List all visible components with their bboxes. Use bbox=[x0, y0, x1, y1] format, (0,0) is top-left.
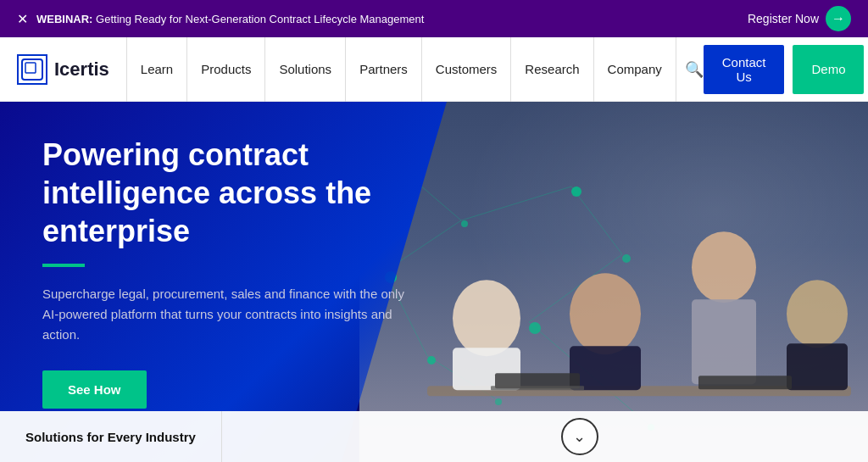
register-label: Register Now bbox=[748, 12, 819, 25]
nav-item-customers[interactable]: Customers bbox=[422, 37, 512, 102]
bottom-strip: Solutions for Every Industry ⌄ bbox=[0, 411, 868, 462]
nav-item-research[interactable]: Research bbox=[511, 37, 593, 102]
see-how-button[interactable]: See How bbox=[42, 370, 147, 409]
close-button[interactable]: ✕ bbox=[17, 11, 28, 27]
webinar-label: WEBINAR: bbox=[36, 13, 92, 25]
hero-description: Supercharge legal, procurement, sales an… bbox=[42, 284, 407, 345]
svg-rect-14 bbox=[570, 346, 641, 390]
nav-item-solutions[interactable]: Solutions bbox=[265, 37, 346, 102]
search-icon[interactable]: 🔍 bbox=[685, 60, 704, 79]
contact-us-button[interactable]: Contact Us bbox=[704, 45, 785, 94]
hero-content: Powering contract intelligence across th… bbox=[42, 136, 483, 409]
svg-rect-16 bbox=[692, 299, 756, 384]
nav-item-products[interactable]: Products bbox=[187, 37, 265, 102]
nav-buttons: Contact Us Demo bbox=[704, 45, 865, 94]
nav-item-company[interactable]: Company bbox=[594, 37, 676, 102]
svg-point-17 bbox=[787, 280, 848, 348]
svg-rect-18 bbox=[787, 343, 848, 390]
navbar: Icertis Learn Products Solutions Partner… bbox=[0, 37, 868, 102]
scroll-down-button[interactable]: ⌄ bbox=[561, 418, 598, 455]
nav-items: Learn Products Solutions Partners Custom… bbox=[126, 37, 704, 102]
webinar-description: Getting Ready for Next-Generation Contra… bbox=[96, 13, 424, 25]
svg-rect-20 bbox=[491, 386, 584, 390]
register-now-button[interactable]: Register Now → bbox=[748, 6, 851, 31]
hero-section: Powering contract intelligence across th… bbox=[0, 102, 868, 462]
nav-item-learn[interactable]: Learn bbox=[126, 37, 187, 102]
hero-divider bbox=[42, 264, 85, 267]
nav-item-partners[interactable]: Partners bbox=[346, 37, 422, 102]
register-arrow-icon: → bbox=[826, 6, 851, 31]
demo-button[interactable]: Demo bbox=[793, 45, 864, 94]
svg-point-15 bbox=[692, 231, 756, 303]
top-banner: ✕ WEBINAR: Getting Ready for Next-Genera… bbox=[0, 0, 868, 37]
svg-rect-21 bbox=[698, 376, 792, 389]
svg-point-13 bbox=[570, 273, 641, 354]
hero-title: Powering contract intelligence across th… bbox=[42, 136, 483, 250]
industry-solutions-label: Solutions for Every Industry bbox=[0, 411, 222, 462]
logo[interactable]: Icertis bbox=[17, 54, 109, 85]
banner-left: ✕ WEBINAR: Getting Ready for Next-Genera… bbox=[17, 11, 424, 27]
banner-text: WEBINAR: Getting Ready for Next-Generati… bbox=[36, 13, 424, 25]
svg-rect-1 bbox=[25, 63, 36, 73]
logo-icon bbox=[17, 54, 47, 85]
logo-text: Icertis bbox=[54, 58, 109, 81]
